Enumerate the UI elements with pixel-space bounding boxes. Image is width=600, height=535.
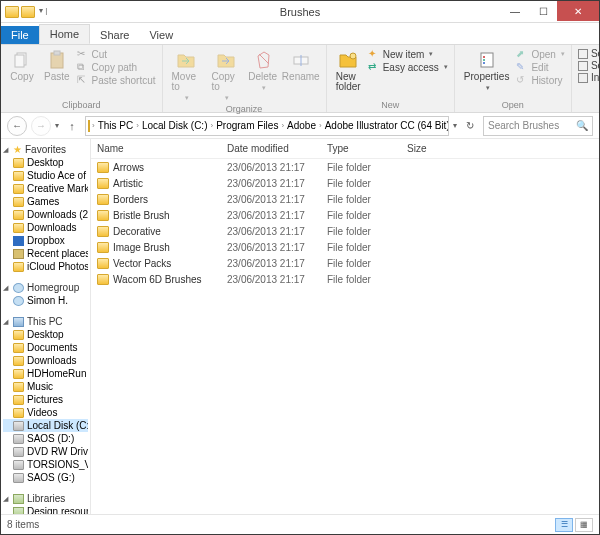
sidebar-item[interactable]: Design resources [3,505,88,514]
sidebar-item[interactable]: DVD RW Drive (E: [3,445,88,458]
sidebar-item[interactable]: SAOS (G:) [3,471,88,484]
sidebar-item[interactable]: Creative Market [3,182,88,195]
sidebar-item[interactable]: Music [3,380,88,393]
forward-button[interactable]: → [31,116,51,136]
tab-home[interactable]: Home [39,24,90,44]
app-folder-icon-2 [21,6,35,18]
sidebar-item[interactable]: Local Disk (C:) [3,419,88,432]
table-row[interactable]: Image Brush23/06/2013 21:17File folder [91,239,599,255]
select-group-label: Select [578,100,600,110]
easyaccess-button[interactable]: ⇄Easy access [368,61,448,73]
recent-locations-button[interactable]: ▾ [55,121,59,130]
breadcrumb-segment[interactable]: Local Disk (C:) [139,120,211,131]
sidebar-item[interactable]: Videos [3,406,88,419]
sidebar-item[interactable]: TORSIONS_V3 (F: [3,458,88,471]
refresh-button[interactable]: ↻ [461,120,479,131]
selectall-button[interactable]: Select all [578,48,600,59]
table-row[interactable]: Arrows23/06/2013 21:17File folder [91,159,599,175]
table-row[interactable]: Bristle Brush23/06/2013 21:17File folder [91,207,599,223]
table-row[interactable]: Decorative23/06/2013 21:17File folder [91,223,599,239]
details-view-button[interactable]: ☰ [555,518,573,532]
sidebar-item[interactable]: Simon H. [3,294,88,307]
sidebar-group-favorites[interactable]: ◢★Favorites [3,143,88,156]
copyto-button[interactable]: Copy to [208,48,243,104]
ribbon-group-new: New folder ✦New item ⇄Easy access New [327,45,455,112]
up-button[interactable]: ↑ [63,117,81,135]
col-size[interactable]: Size [401,143,461,154]
search-input[interactable]: Search Brushes 🔍 [483,116,593,136]
ribbon: Copy Paste ✂Cut ⧉Copy path ⇱Paste shortc… [1,45,599,113]
sidebar-group-homegroup[interactable]: ◢Homegroup [3,281,88,294]
pc-icon [13,317,24,327]
sidebar-item[interactable]: Downloads (2) [3,208,88,221]
sidebar-item[interactable]: Recent places [3,247,88,260]
moveto-button[interactable]: Move to [169,48,205,104]
window-title: Brushes [280,6,320,18]
paste-icon [47,50,67,70]
breadcrumb-dropdown[interactable]: ▾ [453,121,457,130]
tab-view[interactable]: View [139,26,183,44]
newitem-button[interactable]: ✦New item [368,48,448,60]
pasteshortcut-button[interactable]: ⇱Paste shortcut [77,74,156,86]
delete-button[interactable]: Delete [247,48,277,104]
copypath-button[interactable]: ⧉Copy path [77,61,156,73]
paste-button[interactable]: Paste [41,48,73,100]
file-rows[interactable]: Arrows23/06/2013 21:17File folderArtisti… [91,159,599,514]
sidebar-item[interactable]: Documents [3,341,88,354]
sidebar-item[interactable]: Desktop [3,328,88,341]
col-date[interactable]: Date modified [221,143,321,154]
maximize-button[interactable]: ☐ [529,1,557,21]
open-button[interactable]: ⬈Open [516,48,564,60]
breadcrumb[interactable]: › This PC›Local Disk (C:)›Program Files›… [85,116,449,136]
title-bar: ▾ | Brushes — ☐ ✕ [1,1,599,23]
libraries-icon [13,494,24,504]
table-row[interactable]: Artistic23/06/2013 21:17File folder [91,175,599,191]
edit-icon: ✎ [516,61,528,73]
breadcrumb-segment[interactable]: This PC [95,120,137,131]
copy-icon [12,50,32,70]
ribbon-group-clipboard: Copy Paste ✂Cut ⧉Copy path ⇱Paste shortc… [1,45,163,112]
breadcrumb-segment[interactable]: Adobe [284,120,319,131]
sidebar-group-libraries[interactable]: ◢Libraries [3,492,88,505]
sidebar-item[interactable]: SAOS (D:) [3,432,88,445]
cut-button[interactable]: ✂Cut [77,48,156,60]
properties-button[interactable]: Properties [461,48,513,100]
newitem-icon: ✦ [368,48,380,60]
history-icon: ↺ [516,74,528,86]
sidebar-item[interactable]: HDHomeRun DL [3,367,88,380]
sidebar-item[interactable]: Games [3,195,88,208]
sidebar-item[interactable]: Pictures [3,393,88,406]
copy-button[interactable]: Copy [7,48,37,100]
sidebar-item[interactable]: iCloud Photos [3,260,88,273]
table-row[interactable]: Vector Packs23/06/2013 21:17File folder [91,255,599,271]
sidebar-item[interactable]: Desktop [3,156,88,169]
back-button[interactable]: ← [7,116,27,136]
tab-file[interactable]: File [1,26,39,44]
newfolder-button[interactable]: New folder [333,48,364,100]
table-row[interactable]: Wacom 6D Brushes23/06/2013 21:17File fol… [91,271,599,287]
breadcrumb-segment[interactable]: Program Files [213,120,281,131]
close-button[interactable]: ✕ [557,1,599,21]
history-button[interactable]: ↺History [516,74,564,86]
invertselection-button[interactable]: Invert selection [578,72,600,83]
sidebar-item[interactable]: Downloads [3,221,88,234]
sidebar-item[interactable]: Downloads [3,354,88,367]
col-name[interactable]: Name [91,143,221,154]
sidebar-group-thispc[interactable]: ◢This PC [3,315,88,328]
selectnone-button[interactable]: Select none [578,60,600,71]
search-icon: 🔍 [576,120,588,131]
edit-button[interactable]: ✎Edit [516,61,564,73]
sidebar-item[interactable]: Studio Ace of Sp.. [3,169,88,182]
address-bar: ← → ▾ ↑ › This PC›Local Disk (C:)›Progra… [1,113,599,139]
breadcrumb-segment[interactable]: Adobe Illustrator CC (64 Bit) [322,120,449,131]
rename-button[interactable]: Rename [282,48,320,104]
delete-icon [253,50,273,70]
table-row[interactable]: Borders23/06/2013 21:17File folder [91,191,599,207]
sidebar-item[interactable]: Dropbox [3,234,88,247]
tab-share[interactable]: Share [90,26,139,44]
body-area: ◢★FavoritesDesktopStudio Ace of Sp..Crea… [1,139,599,514]
navigation-pane[interactable]: ◢★FavoritesDesktopStudio Ace of Sp..Crea… [1,139,91,514]
col-type[interactable]: Type [321,143,401,154]
minimize-button[interactable]: — [501,1,529,21]
icons-view-button[interactable]: ▦ [575,518,593,532]
